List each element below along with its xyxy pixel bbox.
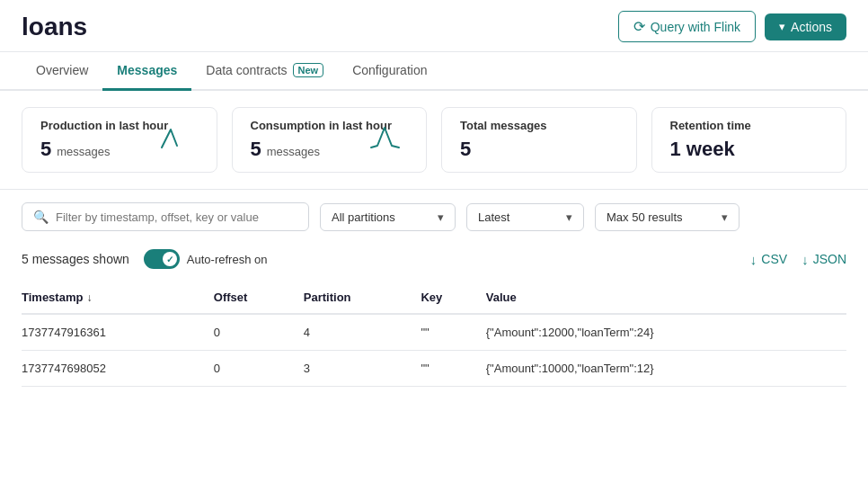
autorefresh-toggle[interactable]: ✓: [144, 249, 180, 269]
messages-count: 5 messages shown: [22, 252, 129, 266]
stat-consumption: Consumption in last hour 5 messages: [232, 107, 428, 173]
tab-messages[interactable]: Messages: [102, 52, 191, 91]
table-body: 173774791636104""{"Amount":12000,"loanTe…: [22, 314, 846, 387]
table-row: 173774791636104""{"Amount":12000,"loanTe…: [22, 314, 846, 351]
toggle-knob: ✓: [163, 252, 177, 266]
autorefresh-label: Auto-refresh on: [187, 253, 268, 266]
json-download-icon: ↓: [802, 252, 809, 267]
stat-retention-value: 1 week: [670, 138, 828, 161]
chevron-down-icon: ▾: [779, 20, 785, 33]
col-partition: Partition: [304, 282, 421, 314]
page-header: loans ⟳ Query with Flink ▾ Actions: [0, 0, 868, 52]
cell-timestamp: 1737747916361: [22, 314, 214, 351]
table-header-row: Timestamp ↓ Offset Partition Key Value: [22, 282, 846, 314]
cell-key: "": [421, 314, 485, 351]
offset-chevron-icon: ▾: [566, 210, 572, 224]
cell-offset: 0: [214, 314, 304, 351]
json-export-button[interactable]: ↓ JSON: [802, 252, 846, 267]
results-select[interactable]: Max 50 results: [607, 210, 714, 224]
results-select-container[interactable]: Max 50 results ▾: [595, 203, 740, 231]
cell-value: {"Amount":12000,"loanTerm":24}: [486, 314, 846, 351]
col-timestamp[interactable]: Timestamp ↓: [22, 282, 214, 314]
stat-consumption-value: 5: [251, 138, 261, 161]
filter-row: 🔍 All partitions ▾ Latest ▾ Max 50 resul…: [0, 190, 868, 244]
partitions-chevron-icon: ▾: [438, 210, 444, 224]
stat-retention-label: Retention time: [670, 119, 828, 132]
consumption-chart: [367, 121, 412, 156]
stat-consumption-sub: messages: [267, 145, 320, 158]
sort-icon: ↓: [86, 291, 92, 304]
messages-bar-left: 5 messages shown ✓ Auto-refresh on: [22, 249, 267, 269]
stat-total-label: Total messages: [460, 119, 618, 132]
actions-button[interactable]: ▾ Actions: [765, 13, 846, 40]
stat-total: Total messages 5: [441, 107, 637, 173]
actions-button-label: Actions: [791, 20, 832, 34]
cell-offset: 0: [214, 351, 304, 387]
partitions-select-container[interactable]: All partitions ▾: [320, 203, 456, 231]
offset-select-container[interactable]: Latest ▾: [466, 203, 584, 231]
messages-table-container: Timestamp ↓ Offset Partition Key Value: [0, 282, 868, 387]
tab-overview[interactable]: Overview: [22, 52, 102, 91]
stat-production: Production in last hour 5 messages: [22, 107, 217, 173]
tab-configuration[interactable]: Configuration: [338, 52, 441, 91]
cell-partition: 4: [304, 314, 421, 351]
cell-key: "": [421, 351, 485, 387]
search-icon: 🔍: [33, 210, 49, 224]
header-actions: ⟳ Query with Flink ▾ Actions: [618, 11, 846, 42]
csv-export-button[interactable]: ↓ CSV: [750, 252, 787, 267]
query-icon: ⟳: [633, 18, 645, 35]
stats-row: Production in last hour 5 messages Consu…: [0, 91, 868, 190]
messages-bar-right: ↓ CSV ↓ JSON: [750, 252, 846, 267]
results-chevron-icon: ▾: [722, 210, 728, 224]
autorefresh-toggle-container: ✓ Auto-refresh on: [144, 249, 268, 269]
search-input[interactable]: [56, 210, 297, 224]
col-offset: Offset: [214, 282, 304, 314]
messages-bar: 5 messages shown ✓ Auto-refresh on ↓ CSV…: [0, 244, 868, 282]
messages-table: Timestamp ↓ Offset Partition Key Value: [22, 282, 846, 387]
stat-total-value: 5: [460, 138, 618, 161]
partitions-select[interactable]: All partitions: [332, 210, 430, 224]
production-chart: [157, 121, 202, 156]
query-with-flink-button[interactable]: ⟳ Query with Flink: [618, 11, 756, 42]
offset-select[interactable]: Latest: [478, 210, 559, 224]
cell-timestamp: 1737747698052: [22, 351, 214, 387]
cell-value: {"Amount":10000,"loanTerm":12}: [486, 351, 846, 387]
search-container[interactable]: 🔍: [22, 202, 309, 231]
stat-retention: Retention time 1 week: [651, 107, 847, 173]
stat-production-sub: messages: [57, 145, 110, 158]
tab-bar: Overview Messages Data contracts New Con…: [0, 52, 868, 91]
toggle-check-icon: ✓: [166, 255, 173, 264]
query-button-label: Query with Flink: [651, 20, 740, 34]
csv-download-icon: ↓: [750, 252, 757, 267]
csv-label: CSV: [761, 252, 787, 266]
page-title: loans: [22, 13, 87, 41]
tab-data-contracts[interactable]: Data contracts New: [191, 52, 338, 91]
col-key: Key: [421, 282, 485, 314]
stat-production-value: 5: [40, 138, 51, 161]
table-row: 173774769805203""{"Amount":10000,"loanTe…: [22, 351, 846, 387]
json-label: JSON: [813, 252, 846, 266]
cell-partition: 3: [304, 351, 421, 387]
tab-new-badge: New: [293, 63, 324, 77]
col-value: Value: [486, 282, 846, 314]
